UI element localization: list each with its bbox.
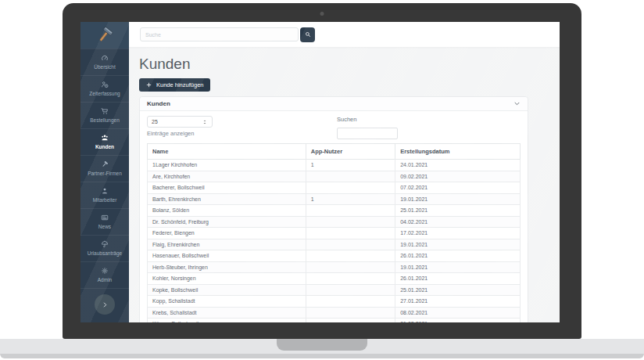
sidebar-item-urlaubsantraege[interactable]: Urlaubsanträge: [80, 235, 129, 261]
table-search-label: Suchen: [337, 116, 398, 123]
content-area: Kunden Kunde hinzufügen Kunden: [129, 47, 560, 322]
table-cell: [306, 319, 395, 323]
global-search-input[interactable]: [140, 27, 299, 41]
table-cell: 26.01.2021: [395, 273, 521, 285]
sidebar-item-label: Mitarbeiter: [93, 197, 117, 203]
sidebar-item-label: Übersicht: [94, 64, 115, 70]
panel-header[interactable]: Kunden: [140, 97, 528, 111]
sidebar-item-zeiterfassung[interactable]: Zeiterfassung: [80, 75, 129, 102]
table-cell: 01.02.2021: [395, 319, 521, 323]
table-row[interactable]: Federer, Biengen17.02.2021: [148, 228, 521, 239]
topbar: [129, 22, 560, 47]
table-row[interactable]: Barth, Ehrenkirchen119.01.2021: [148, 193, 521, 205]
plus-icon: [146, 82, 152, 88]
table-cell: 25.01.2021: [395, 205, 521, 217]
table-cell: [306, 239, 395, 250]
gear-icon: [101, 267, 109, 275]
table-cell: [306, 250, 395, 262]
laptop-base: [0, 339, 644, 354]
table-cell: Flaig, Ehrenkirchen: [148, 239, 306, 250]
sidebar-collapse-button[interactable]: [95, 294, 115, 315]
table-row[interactable]: Bolanz, Sölden25.01.2021: [148, 205, 521, 217]
sidebar-item-label: Partner-Firmen: [88, 171, 122, 176]
table-cell: [306, 307, 395, 319]
table-cell: 1: [306, 160, 395, 171]
table-row[interactable]: 1Lager Kirchhofen124.01.2021: [148, 160, 521, 171]
table-row[interactable]: Hasenauer, Bollschweil26.01.2021: [148, 250, 521, 262]
hammer-icon: [101, 160, 109, 168]
table-search-input[interactable]: [337, 128, 398, 139]
customers-table: NameApp-NutzerErstellungsdatum 1Lager Ki…: [147, 143, 521, 322]
table-row[interactable]: Bacherer, Bollschweil07.02.2021: [148, 182, 521, 194]
table-cell: Herb-Steuber, Ihringen: [148, 261, 306, 273]
table-row[interactable]: Körner, Bollschweil01.02.2021: [148, 319, 521, 323]
sidebar-item-bestellungen[interactable]: Bestellungen: [80, 102, 129, 128]
table-cell: [306, 273, 395, 285]
customers-panel: Kunden 25 Einträge anzeigen: [139, 96, 528, 322]
table-row[interactable]: Krebs, Schallstadt08.02.2021: [148, 307, 521, 319]
page-length-select[interactable]: 25: [147, 116, 213, 128]
page-title: Kunden: [139, 56, 528, 72]
sidebar-item-mitarbeiter[interactable]: Mitarbeiter: [80, 182, 129, 208]
table-filter-block: Suchen: [337, 116, 398, 139]
cart-icon: [101, 107, 109, 115]
sidebar-item-uebersicht[interactable]: Übersicht: [80, 49, 129, 75]
sidebar-item-news[interactable]: News: [80, 208, 129, 235]
table-cell: 25.01.2021: [395, 284, 521, 296]
table-row[interactable]: Kohler, Norsingen26.01.2021: [148, 273, 521, 285]
entries-label: Einträge anzeigen: [147, 130, 213, 137]
table-cell: Barth, Ehrenkirchen: [148, 193, 306, 205]
table-row[interactable]: Herb-Steuber, Ihringen19.01.2021: [148, 261, 521, 273]
table-cell: Are, Kirchhofen: [148, 171, 306, 182]
news-icon: [101, 214, 109, 221]
page-length-block: 25 Einträge anzeigen: [147, 116, 213, 137]
table-cell: Kopp, Schallstadt: [148, 296, 306, 308]
search-icon: [305, 31, 311, 38]
table-cell: Bolanz, Sölden: [148, 205, 306, 217]
table-cell: Bacherer, Bollschweil: [148, 182, 306, 194]
webcam-dot: [320, 12, 324, 16]
user-clock-icon: [101, 81, 109, 88]
app-window: Übersicht Zeiterfassung Bestellungen Kun…: [80, 22, 560, 322]
sidebar-footer: [80, 288, 129, 322]
table-cell: 17.02.2021: [395, 228, 521, 239]
add-customer-button[interactable]: Kunde hinzufügen: [139, 78, 210, 92]
sidebar-item-partner-firmen[interactable]: Partner-Firmen: [80, 155, 129, 182]
table-cell: [306, 171, 395, 182]
sidebar-nav: Übersicht Zeiterfassung Bestellungen Kun…: [80, 49, 129, 288]
table-cell: Körner, Bollschweil: [148, 319, 306, 323]
column-header[interactable]: Name: [148, 144, 306, 160]
table-cell: [306, 261, 395, 273]
table-cell: [306, 182, 395, 194]
table-header-row: NameApp-NutzerErstellungsdatum: [148, 144, 521, 160]
sidebar-item-label: Admin: [98, 277, 112, 283]
sidebar-item-label: Urlaubsanträge: [88, 250, 122, 256]
add-customer-label: Kunde hinzufügen: [156, 81, 203, 88]
table-row[interactable]: Kopke, Bollschweil25.01.2021: [148, 284, 521, 296]
table-row[interactable]: Are, Kirchhofen09.02.2021: [148, 171, 521, 182]
table-row[interactable]: Dr. Schönfeld, Freiburg04.02.2021: [148, 216, 521, 228]
chevron-down-icon[interactable]: [513, 100, 521, 107]
laptop-mockup: Übersicht Zeiterfassung Bestellungen Kun…: [63, 3, 581, 339]
column-header[interactable]: Erstellungsdatum: [395, 144, 521, 160]
table-cell: [306, 205, 395, 217]
laptop-base-edge: [0, 354, 644, 358]
sidebar-item-admin[interactable]: Admin: [80, 261, 129, 288]
table-row[interactable]: Flaig, Ehrenkirchen19.01.2021: [148, 239, 521, 250]
column-header[interactable]: App-Nutzer: [306, 144, 395, 160]
panel-title: Kunden: [147, 100, 170, 107]
table-cell: [306, 296, 395, 308]
select-stepper-icon: [202, 119, 208, 125]
table-row[interactable]: Kopp, Schallstadt27.01.2021: [148, 296, 521, 308]
page-background: Übersicht Zeiterfassung Bestellungen Kun…: [0, 0, 644, 360]
table-cell: 19.01.2021: [395, 261, 521, 273]
sidebar: Übersicht Zeiterfassung Bestellungen Kun…: [80, 22, 129, 322]
sidebar-item-kunden[interactable]: Kunden: [80, 128, 129, 155]
table-cell: 27.01.2021: [395, 296, 521, 308]
sidebar-item-label: Zeiterfassung: [89, 91, 120, 96]
main-area: Kunden Kunde hinzufügen Kunden: [129, 22, 560, 322]
user-icon: [101, 187, 109, 195]
app-logo[interactable]: [80, 22, 129, 49]
table-cell: [306, 216, 395, 228]
global-search-button[interactable]: [300, 27, 315, 42]
